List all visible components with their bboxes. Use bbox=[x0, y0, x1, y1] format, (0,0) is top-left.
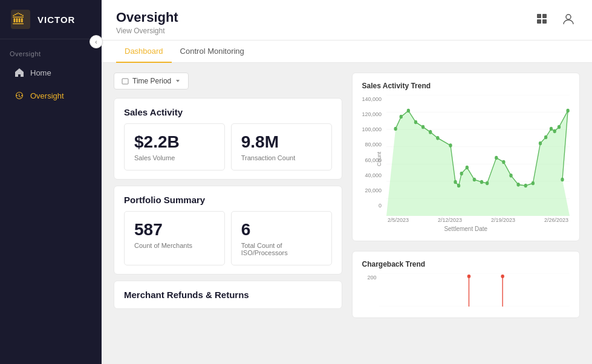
sales-activity-chart-card: Sales Activity Trend 140,000 120,000 100… bbox=[352, 73, 581, 241]
svg-point-33 bbox=[486, 181, 489, 186]
svg-point-21 bbox=[407, 109, 410, 113]
main-content: Oversight View Oversight Dashboard Contr… bbox=[102, 0, 592, 364]
svg-point-52 bbox=[501, 275, 504, 278]
chevron-down-icon bbox=[175, 78, 181, 84]
transaction-count-value: 9.8M bbox=[241, 132, 322, 152]
svg-rect-9 bbox=[122, 79, 128, 84]
svg-point-30 bbox=[466, 166, 469, 170]
page-header-left: Oversight View Oversight bbox=[116, 10, 178, 35]
svg-point-32 bbox=[480, 180, 483, 184]
svg-point-24 bbox=[429, 130, 432, 134]
svg-rect-5 bbox=[542, 14, 547, 18]
svg-point-43 bbox=[553, 129, 556, 134]
svg-point-19 bbox=[394, 127, 397, 131]
svg-point-42 bbox=[550, 127, 553, 131]
iso-count-value: 6 bbox=[241, 220, 322, 239]
svg-point-38 bbox=[524, 184, 527, 188]
sales-activity-card: Sales Activity $2.2B Sales Volume 9.8M T… bbox=[114, 98, 342, 180]
sidebar-collapse-button[interactable]: ‹ bbox=[89, 35, 103, 48]
user-icon bbox=[562, 12, 575, 25]
svg-point-40 bbox=[539, 141, 542, 146]
iso-count-card: 6 Total Count of ISO/Processors bbox=[231, 211, 332, 265]
right-panel: Sales Activity Trend 140,000 120,000 100… bbox=[352, 73, 581, 318]
portfolio-metrics: 587 Count of Merchants 6 Total Count of … bbox=[124, 211, 332, 265]
content-area: Time Period Sales Activity $2.2B Sales V… bbox=[102, 63, 592, 364]
grid-icon bbox=[536, 13, 548, 25]
transaction-count-label: Transaction Count bbox=[241, 154, 322, 161]
svg-point-8 bbox=[566, 15, 571, 19]
app-name: VICTOR bbox=[37, 15, 75, 25]
svg-point-34 bbox=[495, 156, 498, 160]
time-period-label: Time Period bbox=[132, 77, 171, 85]
oversight-icon bbox=[15, 91, 24, 100]
filter-row: Time Period bbox=[114, 73, 342, 89]
svg-point-46 bbox=[561, 178, 564, 182]
sidebar-item-oversight[interactable]: Oversight bbox=[5, 85, 97, 106]
merchant-count-card: 587 Count of Merchants bbox=[124, 211, 225, 265]
dashboard-grid: Time Period Sales Activity $2.2B Sales V… bbox=[114, 73, 580, 318]
merchant-count-label: Count of Merchants bbox=[134, 242, 215, 249]
home-icon bbox=[15, 68, 24, 77]
left-panel: Time Period Sales Activity $2.2B Sales V… bbox=[114, 73, 342, 318]
svg-rect-7 bbox=[542, 19, 547, 24]
chargeback-chart-title: Chargeback Trend bbox=[362, 260, 570, 268]
tab-control-monitoring[interactable]: Control Monitoring bbox=[172, 41, 253, 63]
svg-point-35 bbox=[502, 160, 505, 164]
sales-activity-chart-svg bbox=[386, 95, 570, 216]
page-header: Oversight View Oversight bbox=[102, 0, 592, 41]
sidebar-oversight-label: Oversight bbox=[30, 91, 64, 100]
chargeback-chart-card: Chargeback Trend 200 bbox=[352, 251, 581, 318]
sales-activity-title: Sales Activity bbox=[124, 107, 332, 117]
victor-logo-icon: 🏛 bbox=[10, 8, 31, 30]
svg-point-28 bbox=[457, 184, 460, 188]
time-period-filter[interactable]: Time Period bbox=[114, 73, 189, 89]
sidebar-logo: 🏛 VICTOR bbox=[0, 0, 102, 39]
iso-count-label: Total Count of ISO/Processors bbox=[241, 242, 322, 256]
svg-rect-4 bbox=[537, 14, 541, 18]
page-subtitle: View Oversight bbox=[116, 27, 178, 35]
sales-volume-value: $2.2B bbox=[134, 132, 215, 152]
svg-point-2 bbox=[16, 95, 18, 96]
svg-point-20 bbox=[400, 115, 403, 119]
chargeback-chart-svg bbox=[379, 273, 570, 307]
svg-point-25 bbox=[436, 136, 439, 140]
svg-point-29 bbox=[460, 172, 463, 176]
svg-text:🏛: 🏛 bbox=[12, 12, 25, 27]
svg-point-22 bbox=[414, 120, 417, 125]
merchant-refunds-card: Merchant Refunds & Returns bbox=[114, 281, 342, 309]
chart-y-label: Count bbox=[376, 152, 382, 166]
sidebar-item-home[interactable]: Home bbox=[5, 62, 97, 83]
svg-point-39 bbox=[532, 181, 535, 186]
transaction-count-card: 9.8M Transaction Count bbox=[231, 123, 332, 171]
user-icon-button[interactable] bbox=[559, 10, 577, 28]
chart-x-axis-label: Settlement Date bbox=[362, 226, 570, 232]
sidebar-home-label: Home bbox=[30, 68, 51, 77]
page-title: Oversight bbox=[116, 10, 178, 25]
svg-point-37 bbox=[517, 183, 520, 187]
portfolio-summary-title: Portfolio Summary bbox=[124, 195, 332, 205]
svg-point-27 bbox=[454, 180, 457, 184]
svg-point-3 bbox=[21, 95, 22, 96]
merchant-count-value: 587 bbox=[134, 220, 215, 239]
sidebar: 🏛 VICTOR Oversight Home Oversight bbox=[0, 0, 102, 364]
sales-activity-metrics: $2.2B Sales Volume 9.8M Transaction Coun… bbox=[124, 123, 332, 171]
grid-icon-button[interactable] bbox=[533, 10, 551, 28]
sales-volume-card: $2.2B Sales Volume bbox=[124, 123, 225, 171]
svg-point-23 bbox=[421, 125, 424, 129]
svg-point-51 bbox=[467, 275, 470, 278]
svg-point-45 bbox=[566, 109, 569, 113]
merchant-refunds-title: Merchant Refunds & Returns bbox=[124, 290, 332, 300]
tabs-bar: Dashboard Control Monitoring bbox=[102, 41, 592, 63]
svg-point-26 bbox=[449, 143, 452, 148]
portfolio-summary-card: Portfolio Summary 587 Count of Merchants… bbox=[114, 186, 342, 275]
svg-marker-18 bbox=[386, 111, 570, 216]
sales-activity-chart-title: Sales Activity Trend bbox=[362, 82, 570, 90]
tab-dashboard[interactable]: Dashboard bbox=[116, 41, 172, 63]
svg-point-44 bbox=[558, 125, 561, 129]
sidebar-section-label: Oversight bbox=[0, 39, 102, 61]
svg-point-31 bbox=[473, 178, 476, 182]
svg-point-41 bbox=[544, 135, 547, 140]
calendar-icon bbox=[122, 77, 129, 85]
svg-point-36 bbox=[509, 174, 512, 178]
sales-volume-label: Sales Volume bbox=[134, 154, 215, 161]
